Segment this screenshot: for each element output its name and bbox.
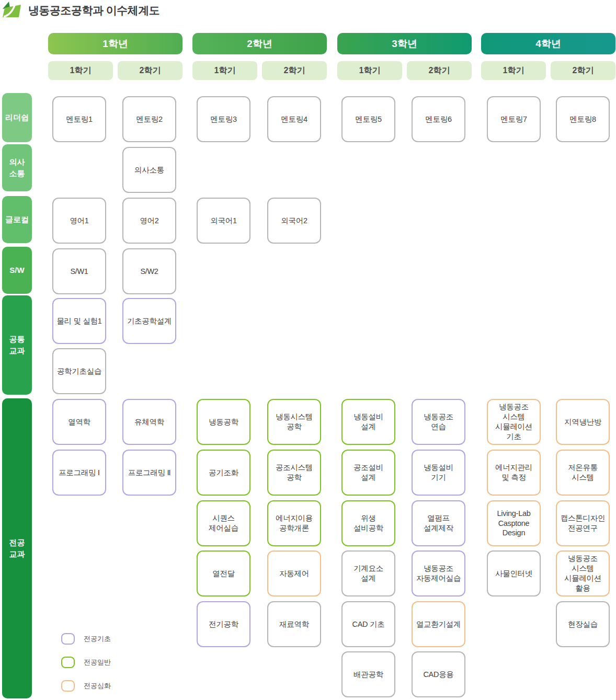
course-box: 공학기초실습: [52, 348, 106, 394]
course-box: 열펌프 설계제작: [412, 500, 465, 546]
course-box: 공기조화: [197, 450, 250, 496]
course-box: 유체역학: [122, 399, 176, 445]
sidebar-item-communication: 의사 소통: [2, 144, 32, 191]
course-box: 외국어2: [267, 198, 321, 244]
year-header-year-2: 2학년: [192, 33, 327, 54]
course-box: S/W1: [52, 248, 106, 294]
course-box: 사물인터넷: [487, 550, 541, 596]
sidebar-item-sw: S/W: [2, 247, 32, 294]
legend-item-major-general: 전공일반: [61, 657, 111, 668]
course-box: 기초공학설계: [122, 298, 176, 344]
legend-swatch-major-basic: [61, 633, 75, 645]
semester-header-year-3-s2: 2학기: [407, 61, 472, 80]
course-box: 기계요소 설계: [341, 550, 395, 596]
course-box: 멘토링1: [52, 96, 106, 142]
course-box: 배관공학: [341, 651, 395, 697]
year-header-year-4: 4학년: [481, 33, 615, 54]
course-box: 공조시스템 공학: [267, 450, 321, 496]
course-box: 시퀀스 제어실습: [197, 500, 250, 546]
course-box: 멘토링4: [267, 96, 321, 142]
course-box: 현장실습: [556, 601, 610, 647]
semester-header-year-2-s2: 2학기: [262, 61, 327, 80]
leaf-logo-icon: [2, 1, 22, 20]
course-box: 에너지관리 및 측정: [487, 450, 541, 496]
course-box: 멘토링7: [487, 96, 541, 142]
legend-item-major-basic: 전공기초: [61, 633, 111, 645]
legend-item-major-advanced: 전공심화: [61, 680, 111, 692]
course-box: 멘토링5: [341, 96, 395, 142]
sidebar-item-major-courses: 전공 교과: [2, 398, 32, 698]
course-box: 열전달: [197, 550, 250, 596]
course-box: 냉동시스템 공학: [267, 399, 321, 445]
curriculum-diagram: 냉동공조공학과 이수체계도 1학년2학년3학년4학년 1학기2학기1학기2학기1…: [0, 0, 616, 700]
course-box: 멘토링6: [412, 96, 465, 142]
course-box: CAD 기초: [341, 601, 395, 647]
course-box: 냉동공학: [197, 399, 250, 445]
course-box: 외국어1: [197, 198, 250, 244]
course-box: 캡스톤디자인 전공연구: [556, 500, 610, 546]
legend-label: 전공기초: [84, 634, 111, 644]
year-header-year-1: 1학년: [48, 33, 182, 54]
course-box: 프로그래밍 Ⅰ: [52, 450, 106, 496]
course-box: 영어1: [52, 198, 106, 244]
course-box: 재료역학: [267, 601, 321, 647]
course-box: 멘토링2: [122, 96, 176, 142]
course-box: S/W2: [122, 248, 176, 294]
course-box: 자동제어: [267, 550, 321, 596]
course-box: 냉동공조 시스템 시뮬레이션 기초: [487, 399, 541, 445]
legend-label: 전공일반: [84, 658, 111, 667]
course-box: 냉동공조 시스템 시뮬레이션 활용: [556, 550, 610, 596]
sidebar-item-global: 글로컬: [2, 196, 32, 243]
course-box: 물리 및 실험1: [52, 298, 106, 344]
course-box: 영어2: [122, 198, 176, 244]
course-box: 프로그래밍 Ⅱ: [122, 450, 176, 496]
semester-header-year-4-s1: 1학기: [481, 61, 546, 80]
page-header: 냉동공조공학과 이수체계도: [2, 1, 159, 20]
course-box: Living-Lab Casptone Design: [487, 500, 541, 546]
course-box: 냉동설비 설계: [341, 399, 395, 445]
legend-swatch-major-advanced: [61, 680, 75, 692]
semester-header-year-2-s1: 1학기: [192, 61, 257, 80]
semester-header-year-1-s1: 1학기: [48, 61, 113, 80]
course-box: 의사소통: [122, 147, 176, 193]
course-box: 전기공학: [197, 601, 250, 647]
course-box: 에너지이용 공학개론: [267, 500, 321, 546]
semester-header-year-3-s1: 1학기: [337, 61, 402, 80]
legend-label: 전공심화: [84, 681, 111, 691]
course-box: 냉동공조 연습: [412, 399, 465, 445]
course-box: 냉동설비 기기: [412, 450, 465, 496]
sidebar-item-common-courses: 공통 교과: [2, 295, 32, 395]
legend-swatch-major-general: [61, 657, 75, 668]
semester-header-year-4-s2: 2학기: [551, 61, 615, 80]
course-box: 저온유통 시스템: [556, 450, 610, 496]
year-header-year-3: 3학년: [337, 33, 472, 54]
course-box: 냉동공조 자동제어실습: [412, 550, 465, 596]
course-box: 열역학: [52, 399, 106, 445]
course-box: 지역냉난방: [556, 399, 610, 445]
semester-header-year-1-s2: 2학기: [118, 61, 182, 80]
course-box: CAD응용: [412, 651, 465, 697]
course-box: 열교환기설계: [412, 601, 465, 647]
course-box: 공조설비 설계: [341, 450, 395, 496]
course-box: 위생 설비공학: [341, 500, 395, 546]
page-title: 냉동공조공학과 이수체계도: [28, 3, 159, 18]
course-box: 멘토링3: [197, 96, 250, 142]
course-box: 멘토링8: [556, 96, 610, 142]
sidebar-item-leadership: 리더쉽: [2, 93, 32, 142]
